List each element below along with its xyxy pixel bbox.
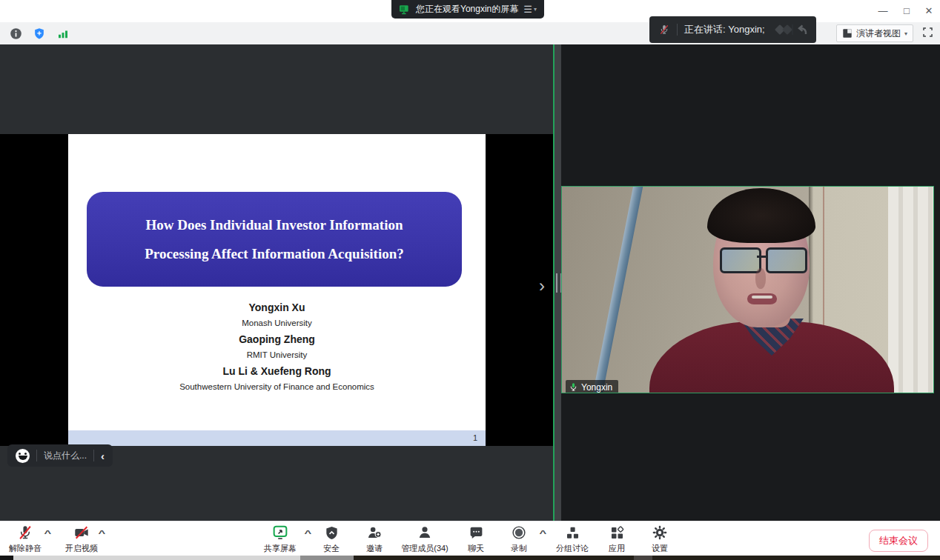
settings-button[interactable]: 设置 <box>643 524 676 554</box>
participant-name: Yongxin <box>581 382 612 393</box>
slide-title-line1: How Does Individual Investor Information <box>146 210 403 239</box>
fullscreen-button[interactable] <box>921 26 934 41</box>
emoji-reaction-button[interactable] <box>16 449 30 463</box>
camera-off-icon <box>73 524 90 541</box>
security-label: 安全 <box>323 543 340 554</box>
unmute-button[interactable]: 解除静音 <box>6 524 44 554</box>
invite-person-icon <box>366 524 383 541</box>
shared-screen-letterbox-top <box>0 44 553 134</box>
invite-button[interactable]: 邀请 <box>358 524 391 554</box>
video-options-chevron[interactable]: ^ <box>98 529 105 538</box>
zoom-meeting-window: 您正在观看Yongxin的屏幕 ☰ ▾ — □ ✕ <box>0 0 940 560</box>
author-name: Lu Li & Xuefeng Rong <box>68 365 486 377</box>
taskbar-strip <box>0 556 940 560</box>
breakout-squares-icon <box>565 524 580 541</box>
end-meeting-button[interactable]: 结束会议 <box>869 530 928 552</box>
share-options-chevron[interactable]: ^ <box>304 529 311 538</box>
slide-title-box: How Does Individual Investor Information… <box>87 192 462 287</box>
active-mic-icon <box>569 382 578 392</box>
quick-chat-pill: 说点什么... ‹ <box>7 444 113 467</box>
layout-view-icon <box>842 28 853 39</box>
presentation-slide: How Does Individual Investor Information… <box>68 134 486 446</box>
fullscreen-icon <box>921 26 934 39</box>
meeting-info-button[interactable] <box>9 27 23 41</box>
green-monitor-icon <box>399 4 411 15</box>
panel-expand-chevron[interactable]: › <box>539 277 545 295</box>
collapse-chat-chevron[interactable]: ‹ <box>101 450 105 461</box>
speaker-hair <box>707 188 815 243</box>
record-options-chevron[interactable]: ^ <box>539 529 546 538</box>
pill-divider <box>93 450 94 461</box>
slide-footer: 1 <box>68 430 486 446</box>
banner-menu-button[interactable]: ☰ ▾ <box>523 4 537 15</box>
mic-muted-icon <box>17 524 33 541</box>
audio-options-chevron[interactable]: ^ <box>44 529 51 538</box>
watching-banner-text: 您正在观看Yongxin的屏幕 <box>416 3 518 16</box>
minimize-button[interactable]: — <box>878 0 888 22</box>
speaker-glasses-right <box>766 247 807 273</box>
security-button[interactable]: 安全 <box>315 524 348 554</box>
speaking-label: 正在讲话: Yongxin; <box>684 23 765 36</box>
chat-label: 聊天 <box>468 543 484 554</box>
slide-page-number: 1 <box>473 433 477 442</box>
author-name: Gaoping Zheng <box>68 333 486 345</box>
participant-name-badge: Yongxin <box>566 380 618 393</box>
chat-input-placeholder[interactable]: 说点什么... <box>44 450 87 462</box>
start-video-label: 开启视频 <box>65 543 98 554</box>
speaker-mouth <box>747 293 777 304</box>
speaker-view-button[interactable]: 演讲者视图 ▾ <box>836 24 913 42</box>
unmute-label: 解除静音 <box>9 543 42 554</box>
menu-caret-icon: ▾ <box>534 6 537 13</box>
breakout-rooms-label: 分组讨论 <box>556 543 589 554</box>
chat-bubble-icon <box>469 524 484 541</box>
author-affiliation: Monash University <box>68 319 486 327</box>
pill-divider <box>36 450 37 461</box>
speaker-glasses-left <box>720 247 761 273</box>
manage-participants-button[interactable]: 管理成员(34) <box>397 524 453 554</box>
share-screen-icon <box>272 524 288 541</box>
overlay-reaction-icons[interactable] <box>772 21 810 39</box>
participants-icon <box>417 524 433 541</box>
manage-participants-label: 管理成员(34) <box>401 543 449 554</box>
share-screen-button[interactable]: 共享屏幕 <box>259 524 301 554</box>
slide-authors: Yongxin Xu Monash University Gaoping Zhe… <box>68 301 486 397</box>
record-button[interactable]: 录制 <box>503 524 535 554</box>
author-name: Yongxin Xu <box>68 301 486 313</box>
speaker-glasses-bridge <box>757 256 766 258</box>
shield-plus-icon <box>33 27 46 41</box>
author-affiliation: Southwestern University of Finance and E… <box>68 382 486 391</box>
watching-screen-banner: 您正在观看Yongxin的屏幕 ☰ ▾ <box>391 0 544 19</box>
apps-button[interactable]: 应用 <box>600 524 633 554</box>
breakout-rooms-button[interactable]: 分组讨论 <box>550 524 595 554</box>
invite-label: 邀请 <box>366 543 383 554</box>
record-icon <box>511 524 527 541</box>
start-video-button[interactable]: 开启视频 <box>61 524 102 554</box>
info-icon <box>9 27 23 41</box>
active-speaker-pill: 正在讲话: Yongxin; <box>649 16 816 43</box>
encryption-button[interactable] <box>33 27 46 41</box>
connection-quality-button[interactable] <box>56 27 70 41</box>
pill-divider <box>677 24 678 36</box>
signal-bars-icon <box>56 27 70 41</box>
gear-icon <box>652 524 668 541</box>
settings-label: 设置 <box>652 543 668 554</box>
chat-button[interactable]: 聊天 <box>460 524 492 554</box>
author-affiliation: RMIT University <box>68 350 486 359</box>
slide-title-line2: Processing Affect Information Acquisitio… <box>145 239 404 268</box>
speaker-nose <box>755 268 766 289</box>
maximize-button[interactable]: □ <box>901 0 912 22</box>
speaker-video-tile[interactable]: Yongxin <box>561 186 934 393</box>
record-label: 录制 <box>511 543 527 554</box>
video-panel: Yongxin <box>561 44 940 521</box>
menu-icon: ☰ <box>523 4 532 15</box>
muted-mic-icon <box>658 24 670 36</box>
background-curtain <box>888 187 933 393</box>
speaker-view-label: 演讲者视图 <box>856 27 901 40</box>
background-pole <box>585 186 645 393</box>
apps-label: 应用 <box>609 543 625 554</box>
security-shield-icon <box>324 524 340 541</box>
share-screen-label: 共享屏幕 <box>264 543 297 554</box>
close-button[interactable]: ✕ <box>924 0 934 22</box>
apps-grid-icon <box>609 524 625 541</box>
view-caret-icon: ▾ <box>904 30 907 37</box>
